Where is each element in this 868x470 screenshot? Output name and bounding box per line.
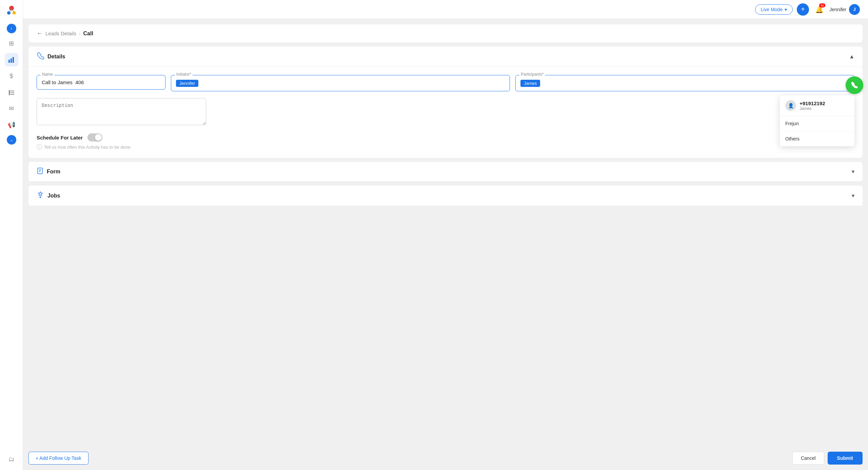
sidebar-item-grid[interactable]: ⊞	[5, 37, 18, 50]
breadcrumb-current: Call	[83, 31, 93, 37]
sidebar-expand-btn[interactable]: ›	[7, 24, 16, 33]
footer-actions: Cancel Submit	[792, 452, 863, 465]
svg-rect-7	[13, 57, 14, 63]
schedule-label: Schedule For Later	[37, 135, 83, 140]
user-avatar: J	[849, 4, 860, 15]
submit-button[interactable]: Submit	[828, 452, 863, 465]
form-row-main: Name Initiator* Jennifer Participants*	[37, 75, 854, 91]
participants-field: Participants* James	[515, 75, 854, 91]
info-icon: i	[37, 144, 42, 150]
toggle-knob	[95, 134, 102, 141]
phone-contact-avatar: 👤	[785, 100, 796, 111]
form-header-left: Form	[37, 167, 60, 176]
notifications-button[interactable]: 🔔 41	[813, 3, 825, 16]
phone-option-frejun[interactable]: Frejun	[780, 116, 854, 131]
initiator-input[interactable]: Jennifer	[171, 75, 510, 91]
form-section-title: Form	[47, 169, 60, 175]
sidebar-item-sales[interactable]: $	[5, 69, 18, 83]
sidebar-item-mail[interactable]: ✉	[5, 102, 18, 115]
schedule-hint-text: Tell us how often this Activity has to b…	[44, 145, 132, 150]
details-section-header[interactable]: Details ▲	[28, 46, 863, 67]
details-header-left: Details	[37, 52, 65, 61]
jobs-section-title: Jobs	[47, 193, 60, 199]
svg-point-12	[9, 94, 10, 95]
initiator-label: Initiator*	[175, 72, 193, 77]
name-label: Name	[41, 72, 54, 77]
sidebar-item-analytics[interactable]	[5, 53, 18, 67]
phone-contact-name: James	[800, 106, 825, 111]
main-wrapper: Live Mode ▾ + 🔔 41 Jennifer J ← Leads De…	[23, 0, 868, 470]
live-mode-button[interactable]: Live Mode ▾	[755, 4, 793, 15]
sidebar-item-list[interactable]	[5, 86, 18, 99]
form-section: Form ▾	[28, 162, 863, 182]
live-mode-label: Live Mode	[761, 7, 783, 12]
user-menu[interactable]: Jennifer J	[829, 4, 860, 15]
page-footer: + Add Follow Up Task Cancel Submit	[23, 446, 868, 470]
cancel-button[interactable]: Cancel	[792, 452, 824, 465]
description-input[interactable]	[37, 98, 206, 125]
sidebar-item-reports[interactable]: 🗂	[5, 452, 18, 466]
svg-rect-5	[8, 60, 10, 63]
form-section-header[interactable]: Form ▾	[28, 162, 863, 182]
logo-icon[interactable]	[5, 4, 18, 18]
topnav: Live Mode ▾ + 🔔 41 Jennifer J	[23, 0, 868, 19]
initiator-field: Initiator* Jennifer	[171, 75, 510, 91]
sidebar-collapse-btn[interactable]: ⌄	[7, 135, 16, 145]
name-input[interactable]	[37, 75, 165, 90]
breadcrumb-separator: ›	[79, 31, 81, 36]
breadcrumb: ← Leads Details › Call	[28, 24, 863, 42]
add-followup-button[interactable]: + Add Follow Up Task	[28, 452, 88, 465]
sidebar-item-campaigns[interactable]: 📢	[5, 118, 18, 132]
breadcrumb-parent[interactable]: Leads Details	[45, 31, 76, 36]
form-icon	[37, 167, 43, 176]
name-field: Name	[37, 75, 165, 91]
page-content: ← Leads Details › Call Details ▲	[23, 19, 868, 446]
call-button[interactable]	[846, 76, 863, 94]
svg-rect-6	[11, 58, 12, 63]
sidebar: › ⊞ $ ✉ 📢 ⌄ 🗂	[0, 0, 23, 470]
svg-point-8	[9, 91, 10, 92]
jobs-section-header[interactable]: Jobs ▾	[28, 186, 863, 206]
participants-label: Participants*	[519, 72, 545, 77]
svg-point-10	[9, 92, 10, 93]
description-field	[37, 98, 206, 127]
jobs-icon	[37, 191, 44, 200]
jobs-header-left: Jobs	[37, 191, 60, 200]
phone-icon	[37, 52, 44, 61]
details-collapse-chevron[interactable]: ▲	[849, 54, 854, 60]
schedule-section: Schedule For Later i Tell us how often t…	[37, 133, 854, 150]
phone-popup-header: 👤 +91912192 James	[780, 95, 854, 116]
schedule-toggle[interactable]	[87, 133, 102, 142]
notification-badge: 41	[819, 3, 825, 7]
details-section-title: Details	[47, 54, 65, 60]
jobs-collapse-chevron[interactable]: ▾	[852, 192, 854, 199]
live-mode-chevron: ▾	[785, 7, 787, 12]
jobs-section: Jobs ▾	[28, 186, 863, 206]
initiator-tag: Jennifer	[176, 80, 198, 87]
schedule-row: Schedule For Later	[37, 133, 854, 142]
participants-input[interactable]: James	[515, 75, 854, 91]
details-content: Name Initiator* Jennifer Participants*	[28, 67, 863, 158]
user-name-label: Jennifer	[829, 7, 846, 12]
phone-option-others[interactable]: Others	[780, 131, 854, 146]
form-row-description	[37, 98, 854, 127]
phone-number: +91912192	[800, 100, 825, 106]
phone-info: +91912192 James	[800, 100, 825, 111]
add-button[interactable]: +	[797, 3, 809, 16]
form-collapse-chevron[interactable]: ▾	[852, 168, 854, 175]
back-button[interactable]: ←	[37, 30, 43, 37]
phone-popup: 👤 +91912192 James Frejun Others	[780, 95, 854, 146]
participant-tag: James	[520, 80, 540, 87]
schedule-hint: i Tell us how often this Activity has to…	[37, 144, 854, 150]
details-section: Details ▲ Name Initiator* Jenn	[28, 46, 863, 158]
